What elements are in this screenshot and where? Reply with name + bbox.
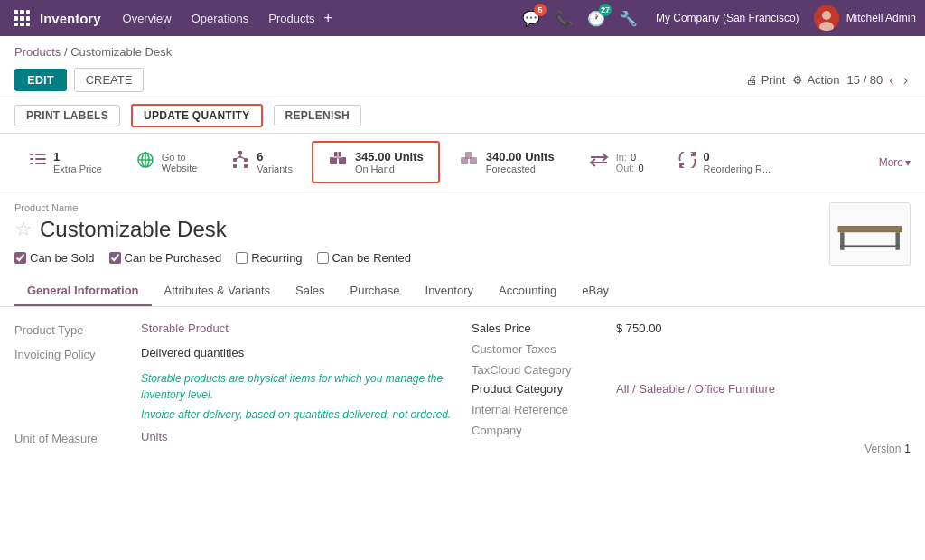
stat-extra-price[interactable]: 1 Extra Price xyxy=(14,141,117,183)
stat-units-on-hand[interactable]: 345.00 Units On Hand xyxy=(312,141,440,183)
stat-row: 1 Extra Price Go toWebsite xyxy=(0,134,925,191)
stat-go-website[interactable]: Go toWebsite xyxy=(121,141,213,183)
svg-rect-26 xyxy=(244,164,248,168)
tab-ebay[interactable]: eBay xyxy=(569,276,621,306)
user-name: Mitchell Admin xyxy=(846,12,916,24)
sales-price-value: $ 750.00 xyxy=(616,322,662,335)
product-category-row: Product Category All / Saleable / Office… xyxy=(472,382,911,396)
product-category-label: Product Category xyxy=(472,382,616,396)
next-page-button[interactable]: › xyxy=(901,72,911,89)
stat-forecasted[interactable]: 340.00 Units Forecasted xyxy=(444,141,570,183)
product-title: Customizable Desk xyxy=(40,217,227,242)
svg-rect-38 xyxy=(465,152,472,159)
product-section: Product Name ☆ Customizable Desk Can be … xyxy=(0,191,925,276)
hierarchy-icon xyxy=(231,151,249,173)
nav-overview[interactable]: Overview xyxy=(116,8,179,29)
out-value: 0 xyxy=(638,163,643,173)
invoice-note: Invoice after delivery, based on quantit… xyxy=(141,406,453,423)
unit-of-measure-row: Unit of Measure Units xyxy=(14,430,453,445)
svg-rect-41 xyxy=(837,226,902,232)
phone-icon-btn[interactable]: 📞 xyxy=(551,5,576,31)
svg-rect-17 xyxy=(35,163,46,164)
print-labels-button[interactable]: PRINT LABELS xyxy=(14,105,120,126)
tab-inventory[interactable]: Inventory xyxy=(413,276,486,306)
nav-icons: 💬 5 📞 🕐 27 🔧 My Company (San Francisco) … xyxy=(519,5,916,31)
svg-rect-22 xyxy=(238,151,242,154)
form-right: Sales Price $ 750.00 Customer Taxes TaxC… xyxy=(472,322,911,455)
settings-icon-btn[interactable]: 🔧 xyxy=(616,5,641,31)
forecasted-icon xyxy=(459,152,479,173)
arrows-icon xyxy=(589,153,609,172)
stat-variants[interactable]: 6 Variants xyxy=(216,141,308,183)
prev-page-button[interactable]: ‹ xyxy=(886,72,896,89)
replenish-button[interactable]: REPLENISH xyxy=(274,105,361,126)
nav-products[interactable]: Products xyxy=(261,8,322,29)
variants-label: Variants xyxy=(257,163,293,174)
more-button[interactable]: More ▾ xyxy=(879,141,911,183)
sales-price-row: Sales Price $ 750.00 xyxy=(472,322,911,335)
internal-ref-label: Internal Reference xyxy=(472,401,616,416)
svg-rect-44 xyxy=(840,245,900,247)
breadcrumb-parent[interactable]: Products xyxy=(14,45,61,59)
svg-rect-4 xyxy=(20,16,24,21)
favorite-star-icon[interactable]: ☆ xyxy=(14,218,33,241)
extra-price-label: Extra Price xyxy=(53,163,102,174)
svg-rect-13 xyxy=(35,154,46,155)
tab-general-information[interactable]: General Information xyxy=(14,276,152,306)
tab-accounting[interactable]: Accounting xyxy=(486,276,569,306)
print-action[interactable]: 🖨 Print xyxy=(746,73,786,87)
tab-sales[interactable]: Sales xyxy=(283,276,338,306)
stat-reordering[interactable]: 0 Reordering R... xyxy=(663,141,787,183)
update-quantity-button[interactable]: UPDATE QUANTITY xyxy=(131,104,263,127)
product-type-value[interactable]: Storable Product xyxy=(141,322,229,335)
storable-note: Storable products are physical items for… xyxy=(141,370,453,403)
sales-price-label: Sales Price xyxy=(472,322,616,335)
version-value: 1 xyxy=(904,443,911,455)
svg-rect-7 xyxy=(20,23,24,26)
nav-operations[interactable]: Operations xyxy=(184,8,257,29)
variants-count: 6 xyxy=(257,150,293,163)
svg-rect-5 xyxy=(26,16,30,21)
print-icon: 🖨 xyxy=(746,73,758,87)
list-icon xyxy=(30,152,46,173)
clock-badge: 27 xyxy=(599,4,612,16)
invoicing-policy-row: Invoicing Policy Delivered quantities xyxy=(14,346,453,361)
svg-rect-6 xyxy=(14,23,18,26)
unit-of-measure-label: Unit of Measure xyxy=(14,430,141,445)
edit-button[interactable]: EDIT xyxy=(14,69,67,91)
invoicing-policy-label: Invoicing Policy xyxy=(14,346,141,361)
chat-icon-btn[interactable]: 💬 5 xyxy=(519,5,544,31)
action-dropdown[interactable]: ⚙ Action xyxy=(792,73,839,87)
chat-badge: 5 xyxy=(534,4,547,16)
unit-of-measure-value[interactable]: Units xyxy=(141,430,168,443)
website-label: Go toWebsite xyxy=(162,152,198,173)
stat-in-out[interactable]: In: 0 Out: 0 xyxy=(574,141,659,183)
taxcloud-label: TaxCloud Category xyxy=(472,361,616,377)
can-be-rented-checkbox[interactable]: Can be Rented xyxy=(317,251,411,265)
product-category-value[interactable]: All / Saleable / Office Furniture xyxy=(616,382,775,396)
nav-add-icon[interactable]: + xyxy=(324,10,332,26)
clock-icon-btn[interactable]: 🕐 27 xyxy=(584,5,609,31)
recurring-checkbox[interactable]: Recurring xyxy=(236,251,302,265)
create-button[interactable]: CREATE xyxy=(74,68,145,92)
on-hand-count: 345.00 Units xyxy=(355,150,424,163)
product-checkboxes: Can be Sold Can be Purchased Recurring C… xyxy=(14,251,815,265)
forecasted-count: 340.00 Units xyxy=(486,150,555,163)
can-be-sold-checkbox[interactable]: Can be Sold xyxy=(14,251,95,265)
can-be-purchased-checkbox[interactable]: Can be Purchased xyxy=(109,251,222,265)
product-image xyxy=(829,202,911,266)
internal-ref-row: Internal Reference xyxy=(472,401,911,416)
version-row: Version 1 xyxy=(472,443,911,455)
pagination: 15 / 80 ‹ › xyxy=(847,72,911,89)
app-grid-icon[interactable] xyxy=(9,5,34,31)
product-name-label: Product Name xyxy=(14,202,815,213)
user-avatar[interactable] xyxy=(814,5,839,31)
tab-purchase[interactable]: Purchase xyxy=(338,276,413,306)
chevron-down-icon: ▾ xyxy=(905,156,911,169)
svg-rect-2 xyxy=(26,10,30,14)
svg-point-10 xyxy=(822,11,831,20)
tab-attributes-variants[interactable]: Attributes & Variants xyxy=(152,276,284,306)
svg-rect-8 xyxy=(26,23,30,26)
company-row: Company xyxy=(472,422,911,437)
button-row: PRINT LABELS UPDATE QUANTITY REPLENISH xyxy=(0,98,925,134)
